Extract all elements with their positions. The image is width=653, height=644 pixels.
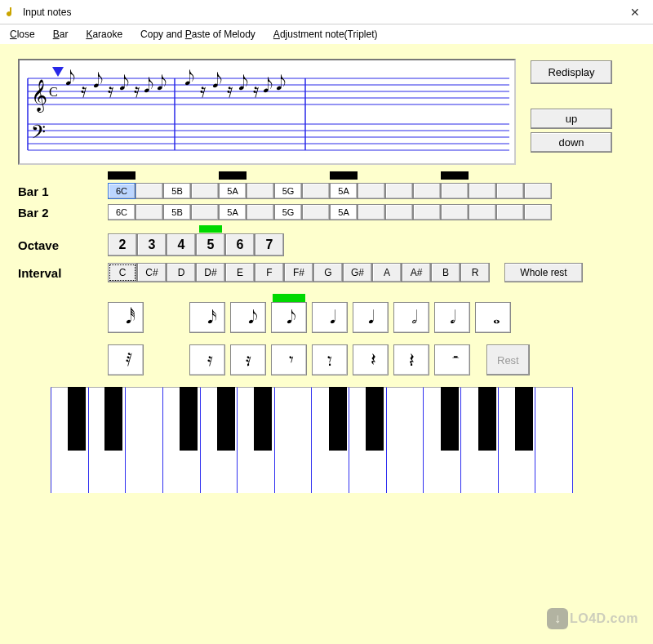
interval-button-Fsharp[interactable]: F#: [284, 263, 313, 282]
bar-cell[interactable]: [469, 204, 496, 220]
down-button[interactable]: down: [531, 132, 612, 153]
bar-cell[interactable]: 5A: [219, 183, 247, 199]
bar-cell[interactable]: [247, 183, 274, 199]
note-duration-cell[interactable]: 𝅘𝅥𝅯: [189, 302, 225, 333]
bar-cell[interactable]: [413, 183, 441, 199]
black-key[interactable]: [217, 387, 235, 451]
black-key[interactable]: [329, 387, 347, 451]
black-key[interactable]: [180, 387, 198, 451]
black-key[interactable]: [515, 387, 533, 451]
black-key[interactable]: [441, 387, 459, 451]
note-duration-cell[interactable]: 𝅘𝅥𝅮.: [271, 302, 307, 333]
interval-button-R[interactable]: R: [460, 263, 490, 282]
note-duration-cell[interactable]: 𝅘𝅥𝅰: [108, 302, 144, 333]
bar-cell[interactable]: [524, 183, 552, 199]
bar-cell[interactable]: [358, 204, 385, 220]
note-duration-cell[interactable]: 𝅘𝅥𝅮: [230, 302, 266, 333]
octave-button-6[interactable]: 6: [225, 233, 255, 256]
bar-cell[interactable]: 5G: [274, 204, 302, 220]
note-duration-cell[interactable]: 𝅘𝅥: [312, 302, 348, 333]
bar-cell[interactable]: [302, 204, 330, 220]
menu-karaoke[interactable]: Karaoke: [86, 29, 122, 40]
up-button[interactable]: up: [531, 109, 612, 129]
note-duration-cell[interactable]: 𝅝: [475, 302, 511, 333]
bar-cell[interactable]: [413, 204, 441, 220]
bar-cell[interactable]: [135, 183, 163, 199]
bar-cell[interactable]: [469, 183, 496, 199]
bar-cell[interactable]: [441, 204, 469, 220]
bar-cell[interactable]: [247, 204, 274, 220]
bar-cell[interactable]: [496, 183, 524, 199]
rest-duration-cell[interactable]: 𝄾.: [312, 344, 348, 375]
interval-buttons: CC#DD#EFF#GG#AA#BR: [108, 263, 490, 282]
black-key[interactable]: [68, 387, 86, 451]
interval-button-Csharp[interactable]: C#: [137, 263, 167, 282]
piano-keyboard[interactable]: [51, 387, 573, 493]
rest-duration-cell[interactable]: 𝄼: [434, 344, 470, 375]
svg-text:𝄿: 𝄿: [253, 87, 259, 98]
bar-cell[interactable]: 6C: [108, 204, 135, 220]
interval-button-Asharp[interactable]: A#: [402, 263, 431, 282]
bar-cell[interactable]: [358, 183, 385, 199]
close-icon[interactable]: ✕: [624, 2, 646, 22]
octave-button-4[interactable]: 4: [167, 233, 196, 256]
bar-cell[interactable]: 5B: [163, 204, 191, 220]
interval-button-Gsharp[interactable]: G#: [343, 263, 372, 282]
bar-cell[interactable]: [496, 204, 524, 220]
bar-cell[interactable]: [385, 204, 413, 220]
bar-cell[interactable]: [441, 183, 469, 199]
bar-cell[interactable]: [135, 204, 163, 220]
rest-duration-cell[interactable]: 𝄾: [271, 344, 307, 375]
octave-button-2[interactable]: 2: [108, 233, 137, 256]
rest-duration-cell[interactable]: 𝄿: [189, 344, 225, 375]
whole-rest-button[interactable]: Whole rest: [504, 263, 583, 282]
menu-copy-paste[interactable]: Copy and Paste of Melody: [140, 29, 255, 40]
octave-button-5[interactable]: 5: [196, 233, 225, 256]
octave-button-3[interactable]: 3: [137, 233, 167, 256]
bar-cell[interactable]: [524, 204, 552, 220]
menu-close[interactable]: Close: [10, 29, 35, 40]
interval-button-F[interactable]: F: [255, 263, 284, 282]
interval-button-E[interactable]: E: [225, 263, 255, 282]
black-key[interactable]: [254, 387, 272, 451]
svg-text:𝄿: 𝄿: [134, 87, 140, 98]
interval-button-C[interactable]: C: [108, 263, 137, 282]
redisplay-button[interactable]: Redisplay: [531, 60, 612, 84]
rest-duration-cell[interactable]: 𝄽: [353, 344, 389, 375]
note-duration-cell[interactable]: 𝅗𝅥: [393, 302, 429, 333]
interval-button-G[interactable]: G: [313, 263, 343, 282]
black-key[interactable]: [478, 387, 496, 451]
bar-cell[interactable]: 5A: [330, 183, 358, 199]
bar-cell[interactable]: 5G: [274, 183, 302, 199]
interval-button-Dsharp[interactable]: D#: [196, 263, 225, 282]
black-key[interactable]: [104, 387, 122, 451]
interval-button-A[interactable]: A: [372, 263, 402, 282]
rest-duration-row: 𝅀𝄿𝄿.𝄾𝄾.𝄽𝄽.𝄼Rest: [108, 344, 635, 375]
rest-button[interactable]: Rest: [486, 344, 530, 375]
bar-cell[interactable]: [191, 204, 219, 220]
interval-button-D[interactable]: D: [167, 263, 196, 282]
octave-button-7[interactable]: 7: [255, 233, 284, 256]
black-key[interactable]: [366, 387, 384, 451]
note-duration-cell[interactable]: 𝅗𝅥.: [434, 302, 470, 333]
bar-cell[interactable]: [302, 183, 330, 199]
bar-cell[interactable]: 5A: [330, 204, 358, 220]
beat-marker: [330, 171, 358, 180]
menu-adjustment[interactable]: Adjustment note(Triplet): [273, 29, 378, 40]
bar-cell[interactable]: [191, 183, 219, 199]
bar2-grid[interactable]: 6C5B5A5G5A: [108, 204, 552, 220]
bar-cell[interactable]: [385, 183, 413, 199]
bar-cell[interactable]: 5A: [219, 204, 247, 220]
rest-duration-cell[interactable]: 𝄿.: [230, 344, 266, 375]
bar1-grid[interactable]: 6C5B5A5G5A: [108, 183, 552, 199]
svg-text:𝄿: 𝄿: [227, 87, 233, 98]
note-duration-cell[interactable]: 𝅘𝅥.: [353, 302, 389, 333]
bar-cell[interactable]: 5B: [163, 183, 191, 199]
duration-marker: [273, 294, 305, 302]
interval-button-B[interactable]: B: [431, 263, 460, 282]
bar-cell[interactable]: 6C: [108, 183, 135, 199]
rest-duration-cell[interactable]: 𝅀: [108, 344, 144, 375]
staff-view[interactable]: 𝄞 C 𝄢 𝅘𝅥𝅮𝄿 𝅘𝅥𝅮𝄿 𝅘𝅥𝅮𝄿 𝅘𝅥𝅮 𝅘𝅥𝅮 𝅘𝅥𝅮𝄿: [18, 59, 516, 165]
menu-bar-item[interactable]: Bar: [53, 29, 69, 40]
rest-duration-cell[interactable]: 𝄽.: [393, 344, 429, 375]
